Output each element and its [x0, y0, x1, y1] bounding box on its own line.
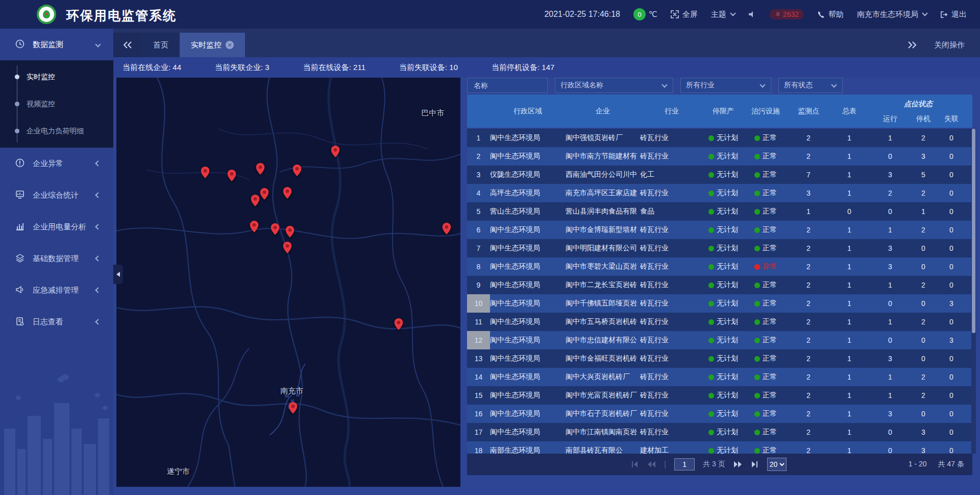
company-cell: 南充市高坪区王家店建	[566, 184, 640, 202]
region-filter-select[interactable]: 行政区域名称	[555, 78, 673, 93]
map-pin-4[interactable]	[292, 164, 301, 178]
theme-dropdown[interactable]: 主题	[711, 10, 735, 19]
table-row[interactable]: 15阆中生态环境局阆中市光富页岩机砖厂砖瓦行业无计划正常21120	[467, 386, 972, 405]
sidebar-item-2[interactable]: 企业异常	[0, 148, 113, 179]
sidebar-item-3[interactable]: 企业综合统计	[0, 179, 113, 211]
next-page-button[interactable]	[733, 461, 743, 468]
table-row[interactable]: 9阆中生态环境局阆中市二龙长宝页岩砖砖瓦行业无计划正常21120	[467, 276, 972, 294]
table-row[interactable]: 4高坪生态环境局南充市高坪区王家店建砖瓦行业无计划正常31220	[467, 184, 972, 202]
run-count-cell: 2	[870, 184, 911, 202]
sidebar-item-7[interactable]: 日志查看	[0, 306, 113, 338]
map-pin-8[interactable]	[283, 187, 291, 201]
first-page-button[interactable]	[630, 461, 639, 468]
green-dot-icon	[708, 227, 714, 233]
company-cell: 阆中市光富页岩机砖厂	[566, 386, 640, 405]
map-pin-12[interactable]	[283, 242, 291, 255]
green-dot-icon	[708, 374, 714, 380]
industry-cell: 砖瓦行业	[640, 294, 703, 313]
tab-close-icon[interactable]: ✕	[226, 41, 234, 49]
table-row[interactable]: 6阆中生态环境局阆中市金博瑞新型墙材砖瓦行业无计划正常21120	[467, 221, 972, 239]
sidebar-item-label: 基础数据管理	[33, 254, 88, 264]
map-pin-1[interactable]	[201, 167, 209, 180]
total-meter-cell: 1	[829, 405, 870, 423]
region-cell: 南部生态环境局	[490, 441, 566, 454]
table-row[interactable]: 8阆中生态环境局阆中市枣碧大梁山页岩砖瓦行业无计划异常21300	[467, 257, 972, 276]
sidebar-item-6[interactable]: 应急减排管理	[0, 274, 113, 306]
table-row[interactable]: 10阆中生态环境局阆中千佛镇五郎垭页岩砖瓦行业无计划正常21003	[467, 294, 972, 313]
table-scrollbar[interactable]	[971, 129, 976, 454]
scrollbar-thumb[interactable]	[972, 129, 975, 333]
table-row[interactable]: 5营山生态环境局营山县润丰肉食品有限食品无计划正常10010	[467, 202, 972, 221]
tab-scroll-left-button[interactable]	[113, 33, 142, 57]
stop-count-cell: 2	[911, 276, 936, 294]
col-header-production: 停限产	[703, 95, 743, 128]
table-row[interactable]: 18南部生态环境局南部县砖瓦有限公建材加工无计划正常21030	[467, 441, 972, 454]
tab-home[interactable]: 首页	[142, 33, 180, 57]
map-pin-10[interactable]	[271, 223, 279, 237]
table-row[interactable]: 13阆中生态环境局阆中市金福旺页岩机砖砖瓦行业无计划正常21300	[467, 349, 972, 368]
sidebar-item-4[interactable]: 企业用电量分析	[0, 211, 113, 243]
sidebar-subitem-1[interactable]: 实时监控	[0, 63, 113, 90]
table-row[interactable]: 2阆中生态环境局阆中市南方节能建材有砖瓦行业无计划正常21030	[467, 147, 972, 166]
industry-filter-select[interactable]: 所有行业	[680, 78, 771, 93]
name-filter-input[interactable]	[473, 81, 542, 90]
last-page-button[interactable]	[751, 461, 759, 468]
page-number-input[interactable]	[674, 458, 695, 470]
facility-status-label: 正常	[763, 354, 777, 363]
table-row[interactable]: 11阆中生态环境局阆中市五马桥页岩机砖砖瓦行业无计划正常21120	[467, 313, 972, 331]
tab-realtime-monitoring[interactable]: 实时监控 ✕	[180, 33, 245, 57]
map-pin-2[interactable]	[228, 170, 236, 183]
logout-button[interactable]: 退出	[940, 10, 967, 19]
map-pin-13[interactable]	[443, 223, 451, 237]
facility-status-cell: 正常	[743, 276, 788, 294]
table-row[interactable]: 7阆中生态环境局阆中明阳建材有限公司砖瓦行业无计划正常21300	[467, 239, 972, 257]
industry-cell: 砖瓦行业	[640, 423, 703, 441]
collapse-left-icon	[116, 272, 120, 277]
map-pin-5[interactable]	[331, 146, 340, 159]
name-filter-field[interactable]	[467, 78, 548, 93]
table-row[interactable]: 14阆中生态环境局阆中大兴页岩机砖厂砖瓦行业无计划正常21120	[467, 368, 972, 386]
green-dot-icon	[754, 209, 760, 215]
prev-page-button[interactable]	[647, 461, 656, 468]
table-row[interactable]: 3仪陇生态环境局西南油气田分公司川中化工无计划正常71350	[467, 166, 972, 184]
stop-count-cell: 2	[911, 129, 936, 147]
industry-cell: 砖瓦行业	[640, 313, 703, 331]
table-row[interactable]: 17阆中生态环境局阆中市江南镇阆南页岩砖瓦行业无计划正常21030	[467, 423, 972, 441]
map-pin-9[interactable]	[250, 221, 258, 234]
help-button[interactable]: 帮助	[817, 10, 844, 19]
sidebar-subitem-2[interactable]: 视频监控	[0, 90, 113, 117]
table-row[interactable]: 12阆中生态环境局阆中市忠信建材有限公砖瓦行业无计划正常21003	[467, 331, 972, 349]
row-number-cell: 3	[467, 166, 490, 184]
map-pin-6[interactable]	[251, 195, 260, 208]
map-pin-15[interactable]	[288, 402, 297, 416]
sidebar-subitem-label: 企业电力负荷明细	[27, 127, 84, 136]
table-row[interactable]: 1阆中生态环境局阆中强锐页岩砖厂砖瓦行业无计划正常21120	[467, 129, 972, 147]
status-filter-select[interactable]: 所有状态	[778, 78, 843, 93]
table-row[interactable]: 16阆中生态环境局阆中市石子页岩机砖厂砖瓦行业无计划正常21300	[467, 405, 972, 423]
close-operations-button[interactable]: 关闭操作	[934, 40, 965, 50]
fullscreen-button[interactable]: 全屏	[671, 10, 698, 19]
production-status-cell: 无计划	[703, 129, 743, 147]
alert-count-badge[interactable]: 2632	[770, 9, 804, 19]
map-pin-14[interactable]	[395, 318, 403, 332]
sidebar-collapse-handle[interactable]	[113, 265, 123, 284]
green-dot-icon	[708, 448, 714, 454]
green-dot-icon	[754, 393, 760, 398]
sidebar-item-5[interactable]: 基础数据管理	[0, 243, 113, 274]
region-cell: 阆中生态环境局	[490, 294, 566, 313]
sidebar-item-1[interactable]: 数据监测	[0, 29, 113, 60]
map-pin-11[interactable]	[285, 226, 294, 240]
run-count-cell: 0	[870, 147, 911, 166]
org-dropdown[interactable]: 南充市生态环境局	[857, 10, 927, 19]
map-pin-7[interactable]	[260, 188, 268, 202]
map-panel[interactable]: 巴中市南充市遂宁市	[116, 78, 460, 487]
sidebar-nav: 数据监测实时监控视频监控企业电力负荷明细企业异常企业综合统计企业用电量分析基础数…	[0, 29, 113, 495]
sidebar-subitem-3[interactable]: 企业电力负荷明细	[0, 117, 113, 145]
page-size-select[interactable]: 20	[767, 458, 787, 471]
double-right-arrow-icon[interactable]	[908, 41, 917, 49]
map-pin-3[interactable]	[256, 163, 264, 177]
mute-speaker-icon[interactable]	[748, 10, 756, 18]
total-meter-cell: 1	[829, 313, 870, 331]
temperature-badge: 0	[633, 8, 646, 20]
facility-status-label: 正常	[763, 428, 777, 437]
